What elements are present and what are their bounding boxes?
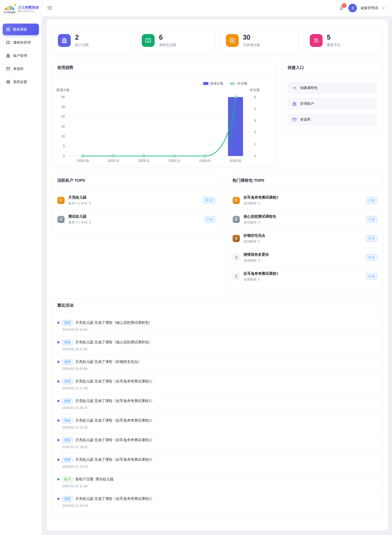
brand-logo: LeSingle (4, 5, 16, 14)
sidebar-item-4[interactable]: 系统设置 (3, 76, 39, 88)
sidebar-fold-icon[interactable] (47, 5, 53, 11)
quick-link-label: 管理租户 (300, 101, 314, 106)
stat-value: 5 (327, 34, 341, 41)
activity-row-1: 授课月亮幼儿园 完成了课程《核心流程测试课程包》2026-02-24 11:06 (57, 336, 377, 355)
activity-row-0: 授课月亮幼儿园 完成了课程《核心流程测试课程包》2026-02-24 14:42 (57, 316, 377, 336)
activity-text: 月亮幼儿园 完成了课程《折耳兔奇奇测试课程1》 (75, 418, 154, 423)
users-icon (310, 34, 323, 47)
notification-bell-icon[interactable]: 5 (338, 5, 345, 11)
tenant-row-1: 2测试幼儿园教师: 0 | 学生: 00 次 (57, 210, 215, 229)
course-name: 好饿的毛毛虫 (244, 233, 362, 238)
usage-trend-chart: 授课次数学生数授课次数学生数0510152025300123452025-092… (52, 75, 277, 167)
activity-time: 2026-02-23 20:06 (62, 367, 377, 371)
main-area: 5 超级管理员 2租户总数6课程包总数30月授课次数5覆盖学生 使用趋势 授课次… (42, 0, 392, 535)
course-row-2: 3好饿的毛毛虫使用教师: 00 次 (233, 229, 377, 248)
activity-type-badge: 授课 (62, 457, 73, 463)
quick-entry-card: 快捷入口 创建课程包管理租户资源库 (282, 61, 383, 134)
app-root: LeSingle 少儿智慧阅读 服务管理后台 数据看板课程包管理租户管理资源库系… (0, 0, 392, 535)
quick-link-0[interactable]: 创建课程包 (288, 82, 377, 94)
chevron-down-icon[interactable] (382, 6, 386, 10)
svg-text:5: 5 (254, 95, 256, 99)
stat-card-1: 6课程包总数 (136, 27, 215, 54)
hot-courses-card: 热门课程包 TOP5 1折耳兔奇奇测试课程2使用教师: 02 次2核心流程测试课… (227, 174, 383, 291)
activity-type-badge: 授课 (62, 437, 73, 443)
stat-value: 2 (75, 34, 89, 41)
svg-text:3: 3 (254, 119, 256, 122)
activity-dot (57, 341, 59, 343)
course-row-3: 4猜猜我有多爱你使用教师: 00 次 (233, 248, 377, 267)
activity-row-8: 租户新租户注册: 测试幼儿园2026-02-22 11:56 (57, 473, 377, 492)
course-meta: 使用教师: 0 (244, 239, 362, 244)
activity-time: 2026-02-22 20:47 (62, 406, 377, 410)
hot-courses-title: 热门课程包 TOP5 (233, 178, 264, 183)
rank-badge: 3 (233, 235, 240, 242)
svg-text:2026-01: 2026-01 (199, 159, 211, 163)
svg-text:30: 30 (61, 95, 65, 99)
svg-text:5: 5 (63, 144, 65, 148)
user-name[interactable]: 超级管理员 (361, 6, 378, 10)
count-badge: 0 次 (366, 254, 377, 261)
quick-link-2[interactable]: 资源库 (288, 113, 377, 126)
chart-legend: 授课次数学生数 (203, 82, 248, 86)
course-name: 折耳兔奇奇测试课程2 (244, 195, 362, 200)
gear-icon (6, 80, 10, 84)
activity-row-2: 授课月亮幼儿园 完成了课程《好饿的毛毛虫》2026-02-23 20:06 (57, 355, 377, 375)
building-icon (292, 101, 297, 106)
folder-icon (292, 117, 297, 122)
recent-activity-card: 最近活动 授课月亮幼儿园 完成了课程《核心流程测试课程包》2026-02-24 … (52, 299, 383, 517)
count-badge: 2 次 (366, 197, 377, 204)
activity-text: 月亮幼儿园 完成了课程《折耳兔奇奇测试课程1》 (75, 379, 154, 384)
svg-text:20: 20 (61, 115, 65, 118)
book-icon (6, 40, 10, 45)
stat-label: 覆盖学生 (327, 43, 341, 47)
activity-type-badge: 授课 (62, 379, 73, 384)
stat-card-2: 30月授课次数 (220, 27, 299, 54)
trend-chart-svg: 授课次数学生数授课次数学生数0510152025300123452025-092… (52, 76, 266, 166)
course-meta: 使用教师: 0 (244, 258, 362, 263)
activity-type-badge: 授课 (62, 320, 73, 326)
quick-link-1[interactable]: 管理租户 (288, 98, 377, 110)
rank-badge: 5 (233, 273, 240, 280)
active-tenants-list: 1月亮幼儿园教师: 0 | 学生: 030 次2测试幼儿园教师: 0 | 学生:… (52, 187, 221, 234)
activity-type-badge: 授课 (62, 418, 73, 423)
activity-dot (57, 419, 59, 422)
activity-text: 月亮幼儿园 完成了课程《折耳兔奇奇测试课程1》 (75, 496, 154, 501)
stat-card-0: 2租户总数 (52, 27, 131, 54)
activity-type-badge: 授课 (62, 359, 73, 365)
sidebar-item-2[interactable]: 租户管理 (3, 50, 39, 61)
svg-text:2: 2 (254, 131, 256, 134)
activity-text: 新租户注册: 测试幼儿园 (75, 477, 114, 482)
sidebar-item-label: 数据看板 (13, 27, 27, 32)
svg-text:0: 0 (254, 154, 256, 158)
activity-row-3: 授课月亮幼儿园 完成了课程《折耳兔奇奇测试课程1》2026-02-22 21:3… (57, 375, 377, 394)
activity-dot (57, 400, 59, 402)
active-tenants-title: 活跃租户 TOP5 (57, 178, 85, 183)
svg-text:2026-02: 2026-02 (230, 159, 241, 163)
hot-courses-list: 1折耳兔奇奇测试课程2使用教师: 02 次2核心流程测试课程包使用教师: 02 … (227, 187, 383, 291)
activity-time: 2026-02-21 20:19 (62, 504, 377, 508)
tenant-meta: 教师: 0 | 学生: 0 (68, 220, 200, 225)
activity-time: 2026-02-22 20:25 (62, 426, 377, 429)
logo-bars-icon (5, 5, 14, 10)
svg-text:2025-12: 2025-12 (169, 159, 180, 163)
active-tenants-card: 活跃租户 TOP5 1月亮幼儿园教师: 0 | 学生: 030 次2测试幼儿园教… (52, 174, 221, 234)
count-badge: 2 次 (366, 216, 377, 223)
activity-type-badge: 授课 (62, 398, 73, 404)
activity-dot (57, 361, 59, 363)
usage-trend-title: 使用趋势 (57, 65, 73, 70)
tenant-row-0: 1月亮幼儿园教师: 0 | 学生: 030 次 (57, 191, 215, 210)
sidebar-item-label: 系统设置 (13, 80, 27, 84)
activity-row-4: 授课月亮幼儿园 完成了课程《折耳兔奇奇测试课程1》2026-02-22 20:4… (57, 394, 377, 414)
activity-type-badge: 租户 (62, 477, 73, 482)
sidebar-item-1[interactable]: 课程包管理 (3, 37, 39, 48)
activity-dot (57, 322, 59, 324)
activity-row-9: 授课月亮幼儿园 完成了课程《折耳兔奇奇测试课程1》2026-02-21 20:1… (57, 492, 377, 511)
avatar[interactable] (348, 4, 357, 12)
activity-type-badge: 授课 (62, 496, 73, 502)
sidebar-item-0[interactable]: 数据看板 (3, 24, 39, 35)
sidebar-item-3[interactable]: 资源库 (3, 63, 39, 75)
quick-entry-list: 创建课程包管理租户资源库 (282, 75, 383, 134)
activity-dot (57, 498, 59, 500)
folder-icon (6, 66, 10, 71)
course-row-0: 1折耳兔奇奇测试课程2使用教师: 02 次 (233, 191, 377, 210)
